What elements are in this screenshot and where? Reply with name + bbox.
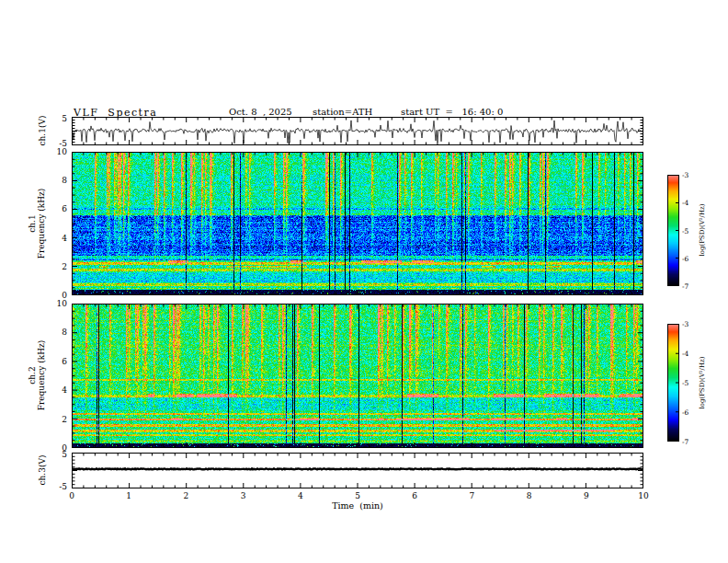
x-tick-label-0: 0 [69, 491, 74, 500]
x-tick-label-4: 4 [298, 491, 303, 500]
colorbar2-tick--5: -5 [682, 379, 688, 387]
ch1-spec-y-tick-4: 4 [62, 234, 67, 243]
ch2-spectrogram-canvas [72, 304, 643, 448]
ch3-wave-axis-label: ch.3(V) [38, 455, 47, 486]
ch3-waveform-canvas [72, 453, 643, 488]
start-ut-label: start UT = 16: 40: 0 [401, 107, 503, 117]
ch1-waveform-canvas [72, 117, 643, 145]
ch1-spec-y-tick-6: 6 [62, 204, 67, 213]
x-tick-label-1: 1 [126, 491, 131, 500]
ch2-spec-y-tick-4: 4 [62, 385, 67, 395]
ch2-spec-y-tick-10: 10 [57, 299, 67, 308]
ch1-spec-y-tick-8: 8 [62, 176, 67, 185]
ch1-spectrogram-canvas [72, 152, 643, 295]
x-tick-label-7: 7 [470, 491, 475, 500]
x-tick-label-6: 6 [412, 491, 417, 500]
vlf-spectra-figure: VLF Spectra Oct. 8 , 2025 station=ATH st… [0, 0, 728, 563]
ch2-spec-y-tick-2: 2 [62, 415, 67, 424]
colorbar1-tick--5: -5 [682, 226, 688, 235]
plot-date: Oct. 8 , 2025 [229, 107, 292, 117]
colorbar1-tick--3: -3 [682, 171, 688, 179]
ch1-spec-axis-label: ch.1 Frequency (kHz) [28, 189, 46, 259]
x-tick-label-3: 3 [241, 491, 246, 500]
ch1-spec-y-tick-2: 2 [62, 262, 67, 271]
x-tick-label-10: 10 [638, 491, 648, 500]
colorbar1-label: log(PSD)(V²/Hz) [699, 204, 706, 257]
colorbar1-tick--4: -4 [682, 199, 688, 207]
colorbar2-tick--7: -7 [682, 438, 688, 446]
x-axis-title: Time (min) [332, 500, 383, 511]
colorbar2-label: log(PSD)(V²/Hz) [699, 357, 706, 409]
ch2-spec-axis-label: ch.2 Frequency (kHz) [28, 340, 46, 411]
ch1-wave-y-tick-bottom: -5 [59, 139, 67, 148]
ch1-wave-axis-label: ch.1(V) [38, 116, 47, 146]
ch2-colorbar [667, 324, 679, 442]
ch1-spec-y-tick-10: 10 [57, 147, 67, 156]
ch1-colorbar [667, 175, 679, 286]
ch1-wave-y-tick-top: 5 [62, 114, 67, 123]
colorbar2-tick--4: -4 [682, 350, 688, 358]
x-tick-label-9: 9 [584, 491, 589, 500]
x-tick-label-5: 5 [355, 491, 360, 500]
station-label: station=ATH [313, 107, 372, 117]
ch2-spec-y-tick-6: 6 [62, 357, 67, 366]
x-tick-label-8: 8 [527, 491, 532, 500]
ch3-wave-y-tick-top: 5 [62, 450, 67, 459]
ch3-wave-y-tick-bottom: -5 [59, 482, 67, 491]
x-tick-label-2: 2 [184, 491, 189, 500]
colorbar2-tick--6: -6 [682, 408, 688, 417]
colorbar2-tick--3: -3 [682, 320, 688, 328]
colorbar1-tick--7: -7 [682, 282, 688, 291]
ch2-spec-y-tick-8: 8 [62, 327, 67, 337]
colorbar1-tick--6: -6 [682, 254, 688, 262]
